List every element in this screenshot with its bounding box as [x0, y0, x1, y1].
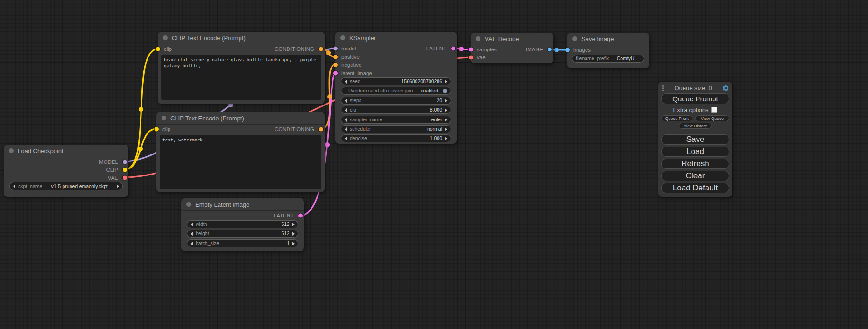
- height-widget[interactable]: height 512: [187, 230, 298, 238]
- widget-value[interactable]: 1.000: [430, 135, 442, 142]
- next-value-arrow-icon[interactable]: [292, 242, 295, 245]
- prev-value-arrow-icon[interactable]: [345, 108, 347, 112]
- seed-widget[interactable]: seed 156680208700286: [341, 77, 451, 85]
- clip-input-port[interactable]: [156, 47, 160, 51]
- toggle-knob-icon[interactable]: [443, 89, 447, 93]
- filename-prefix-widget[interactable]: filename_prefix ComfyUI: [572, 55, 644, 63]
- prev-value-arrow-icon[interactable]: [345, 80, 347, 84]
- conditioning-output-port[interactable]: [319, 47, 323, 51]
- node-clip-text-encode-negative[interactable]: CLIP Text Encode (Prompt) clip CONDITION…: [156, 112, 325, 192]
- batch-size-widget[interactable]: batch_size 1: [187, 239, 298, 247]
- clear-button[interactable]: Clear: [661, 171, 729, 181]
- negative-input-port[interactable]: [333, 63, 338, 67]
- node-title-bar[interactable]: Empty Latent Image: [181, 198, 304, 211]
- prev-value-arrow-icon[interactable]: [345, 127, 347, 131]
- cfg-widget[interactable]: cfg 8.000: [341, 106, 451, 114]
- prev-value-arrow-icon[interactable]: [345, 118, 347, 122]
- ckpt-name-widget[interactable]: ckpt_name v1-5-pruned-emaonly.ckpt: [9, 182, 123, 190]
- collapse-dot-icon[interactable]: [163, 35, 168, 40]
- collapse-dot-icon[interactable]: [9, 148, 14, 153]
- load-button[interactable]: Load: [661, 147, 729, 157]
- collapse-dot-icon[interactable]: [572, 36, 577, 41]
- queue-front-button[interactable]: Queue Front: [661, 115, 692, 121]
- widget-value[interactable]: 8.000: [430, 106, 442, 113]
- next-value-arrow-icon[interactable]: [445, 137, 447, 140]
- conditioning-output-port[interactable]: [319, 127, 323, 131]
- positive-prompt-textarea[interactable]: beautiful scenery nature glass bottle la…: [161, 55, 321, 100]
- vae-input-port[interactable]: [469, 55, 473, 59]
- node-vae-decode[interactable]: VAE Decode samples IMAGE vae: [471, 33, 553, 63]
- prev-value-arrow-icon[interactable]: [345, 99, 347, 103]
- next-value-arrow-icon[interactable]: [445, 80, 447, 84]
- prev-value-arrow-icon[interactable]: [191, 223, 193, 226]
- prev-value-arrow-icon[interactable]: [191, 242, 193, 245]
- widget-value[interactable]: v1-5-pruned-emaonly.ckpt: [51, 183, 108, 190]
- images-input-port[interactable]: [565, 48, 570, 52]
- comfy-menu-panel[interactable]: Queue size: 0 Queue Prompt Extra options…: [658, 82, 732, 197]
- steps-widget[interactable]: steps 20: [341, 97, 451, 105]
- queue-prompt-button[interactable]: Queue Prompt: [661, 93, 729, 104]
- widget-value[interactable]: 512: [281, 221, 289, 228]
- widget-value[interactable]: normal: [427, 126, 442, 133]
- denoise-widget[interactable]: denoise 1.000: [341, 134, 451, 142]
- collapse-dot-icon[interactable]: [476, 36, 480, 41]
- widget-value[interactable]: euler: [431, 116, 442, 123]
- node-load-checkpoint[interactable]: Load Checkpoint MODEL CLIP VAE ckpt_name…: [4, 145, 128, 197]
- refresh-button[interactable]: Refresh: [661, 159, 729, 169]
- prev-value-arrow-icon[interactable]: [191, 232, 193, 236]
- node-ksampler[interactable]: KSampler model LATENT positive negative …: [335, 32, 457, 144]
- samples-input-port[interactable]: [469, 47, 473, 51]
- model-output-port[interactable]: [123, 160, 127, 164]
- load-default-button[interactable]: Load Default: [661, 183, 729, 193]
- next-value-arrow-icon[interactable]: [445, 127, 447, 131]
- graph-canvas[interactable]: CLIP Text Encode (Prompt) clip CONDITION…: [0, 0, 868, 329]
- node-title-bar[interactable]: CLIP Text Encode (Prompt): [156, 112, 325, 125]
- width-widget[interactable]: width 512: [187, 220, 298, 228]
- save-button[interactable]: Save: [661, 134, 729, 145]
- node-clip-text-encode-positive[interactable]: CLIP Text Encode (Prompt) clip CONDITION…: [158, 32, 325, 104]
- view-queue-button[interactable]: View Queue: [695, 115, 729, 121]
- collapse-dot-icon[interactable]: [162, 116, 166, 120]
- clip-output-port[interactable]: [123, 168, 127, 172]
- node-title-bar[interactable]: Save Image: [567, 33, 649, 45]
- prev-value-arrow-icon[interactable]: [345, 137, 347, 140]
- widget-value[interactable]: enabled: [421, 87, 438, 94]
- next-value-arrow-icon[interactable]: [292, 232, 295, 236]
- positive-input-port[interactable]: [333, 55, 338, 59]
- node-title-bar[interactable]: KSampler: [335, 32, 457, 44]
- collapse-dot-icon[interactable]: [186, 202, 191, 207]
- widget-value[interactable]: 512: [281, 230, 289, 237]
- next-value-arrow-icon[interactable]: [292, 223, 295, 226]
- node-save-image[interactable]: Save Image images filename_prefix ComfyU…: [567, 33, 649, 68]
- random-seed-widget[interactable]: Random seed after every gen enabled: [341, 87, 451, 95]
- node-title-bar[interactable]: CLIP Text Encode (Prompt): [158, 32, 325, 44]
- extra-options-checkbox[interactable]: [711, 107, 717, 113]
- latent-output-port[interactable]: [298, 213, 303, 217]
- image-output-port[interactable]: [548, 47, 552, 51]
- widget-label: ckpt_name: [18, 183, 42, 190]
- next-value-arrow-icon[interactable]: [445, 108, 447, 112]
- widget-value[interactable]: 1: [287, 240, 289, 247]
- settings-gear-icon[interactable]: [722, 84, 729, 92]
- next-value-arrow-icon[interactable]: [445, 99, 447, 103]
- model-input-port[interactable]: [333, 46, 338, 50]
- next-value-arrow-icon[interactable]: [117, 184, 119, 188]
- clip-input-port[interactable]: [155, 127, 159, 131]
- negative-prompt-textarea[interactable]: text, watermark: [160, 135, 321, 189]
- view-history-button[interactable]: View History: [679, 123, 712, 129]
- prev-value-arrow-icon[interactable]: [13, 184, 15, 188]
- node-empty-latent-image[interactable]: Empty Latent Image LATENT width 512 heig…: [181, 198, 304, 251]
- sampler-name-widget[interactable]: sampler_name euler: [341, 116, 451, 124]
- scheduler-widget[interactable]: scheduler normal: [341, 125, 451, 133]
- collapse-dot-icon[interactable]: [340, 35, 345, 40]
- latent-output-port[interactable]: [451, 46, 455, 50]
- widget-value[interactable]: 20: [437, 97, 442, 104]
- widget-value[interactable]: 156680208700286: [401, 78, 442, 85]
- node-title-bar[interactable]: VAE Decode: [471, 33, 553, 45]
- vae-output-port[interactable]: [123, 175, 127, 180]
- latent-image-input-port[interactable]: [333, 71, 338, 75]
- node-title-bar[interactable]: Load Checkpoint: [4, 145, 128, 157]
- next-value-arrow-icon[interactable]: [445, 118, 447, 122]
- menu-drag-handle[interactable]: [661, 85, 664, 91]
- widget-value[interactable]: ComfyUI: [617, 55, 636, 62]
